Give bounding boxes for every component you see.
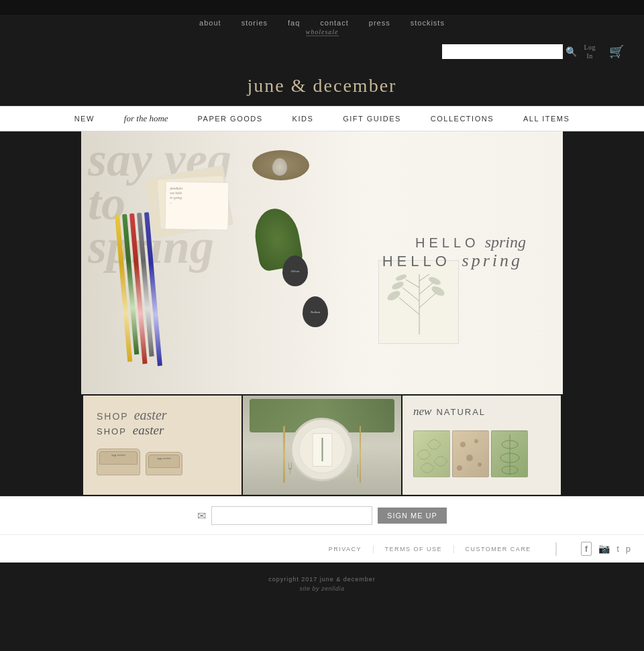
twitter-icon[interactable]: t: [616, 544, 619, 554]
fork-utensil: [283, 426, 285, 483]
bird-egg: [272, 158, 287, 176]
logo-row: june & december: [0, 64, 644, 106]
hero-canvas: say yegtospring june&decsay helloto spri…: [81, 131, 563, 394]
cart-icon[interactable]: 🛒: [609, 44, 624, 59]
svg-point-12: [460, 442, 466, 447]
nav-about[interactable]: about: [199, 19, 221, 27]
nav-contact[interactable]: contact: [320, 19, 348, 27]
shop-easter-title: SHOP easter: [97, 408, 167, 423]
main-nav-gift-guides[interactable]: GIFT GUIDES: [328, 108, 416, 129]
hello-spring-display: HELLO spring: [415, 233, 526, 251]
svg-line-1: [399, 298, 419, 314]
login-link[interactable]: Log In: [584, 43, 596, 60]
nav-stockists[interactable]: stockists: [411, 19, 445, 27]
swatch-2: [452, 430, 489, 477]
panel-natural-setting[interactable]: ⑂ |: [243, 396, 401, 495]
plate-scene: ⑂ |: [243, 396, 401, 495]
site-logo[interactable]: june & december: [248, 75, 397, 97]
search-cart-row: 🔍 Log In 🛒: [0, 39, 644, 64]
top-bar: [0, 0, 644, 15]
hero-wrapper: say yegtospring june&decsay helloto spri…: [0, 131, 644, 394]
shop-label: SHOP: [97, 411, 129, 422]
swatch-1-pattern: [414, 431, 450, 477]
svg-point-7: [386, 290, 401, 302]
easter-label: easter: [134, 408, 167, 422]
card-3: june&decsay helloto spring...: [164, 181, 229, 231]
panel-new-natural[interactable]: new NATURAL: [402, 396, 561, 495]
social-icons: f 📷 t p: [581, 542, 631, 556]
login-text-line2: In: [587, 52, 593, 60]
main-nav-paper-goods[interactable]: PAPER GOODS: [183, 108, 278, 129]
main-nav-new[interactable]: NEW: [60, 108, 109, 129]
swatch-1: [413, 430, 450, 477]
main-nav-home[interactable]: for the HOME: [109, 107, 183, 131]
instagram-icon[interactable]: 📷: [598, 543, 610, 554]
footer-links: PRIVACY | TERMS OF USE | CUSTOMER CARE f…: [0, 534, 644, 563]
egg-carton-label-2: egg writes: [146, 455, 182, 460]
knife: |: [357, 461, 358, 478]
egg-carton-label-1: egg writes: [97, 451, 140, 457]
copyright-text: copyright 2017 june & december: [268, 576, 376, 583]
fork: ⑂: [288, 460, 292, 478]
panels-row: SHOP easter SHOP easter egg writes egg w…: [0, 394, 644, 496]
mail-icon: ✉: [197, 510, 206, 522]
nav-faq[interactable]: FAQ: [288, 19, 300, 27]
card-stack: june&decsay helloto spring...: [148, 172, 242, 239]
main-nav-collections[interactable]: COLLECTIONS: [416, 108, 508, 129]
sign-me-up-button[interactable]: SIGN ME UP: [378, 508, 447, 524]
footer-link-group: PRIVACY | TERMS OF USE | CUSTOMER CARE: [13, 544, 531, 554]
pinterest-icon[interactable]: p: [626, 544, 631, 554]
napkin: [312, 433, 332, 467]
login-text-line1: Log: [584, 43, 596, 52]
svg-point-15: [478, 463, 482, 467]
svg-point-13: [474, 439, 478, 443]
wholesale-row: wholesale: [0, 28, 644, 39]
spring-italic-text: spring: [462, 251, 523, 270]
search-icon: 🔍: [566, 46, 577, 57]
search-input[interactable]: [442, 44, 563, 59]
main-nav-kids[interactable]: KIDS: [278, 108, 329, 129]
egg-carton-area: egg writes egg writes: [97, 449, 182, 475]
panel-easter[interactable]: SHOP easter SHOP easter egg writes egg w…: [83, 396, 241, 495]
footer-newsletter: ✉ SIGN ME UP: [0, 496, 644, 534]
knife-utensil: [360, 426, 361, 483]
shop-easter-title-rendered: SHOP easter: [97, 423, 164, 438]
nav-bar: about stories FAQ contact press stockist…: [0, 15, 644, 28]
site-credit: site by zenlidia: [299, 585, 344, 592]
svg-point-14: [466, 455, 473, 461]
swatch-3-pattern: [492, 431, 528, 477]
svg-line-3: [402, 288, 419, 301]
facebook-icon[interactable]: f: [581, 542, 592, 556]
footer-copyright: copyright 2017 june & december site by z…: [0, 563, 644, 605]
hello-spring-text: HELLO spring: [382, 251, 523, 271]
svg-line-4: [419, 283, 433, 294]
svg-line-6: [419, 274, 429, 281]
fern-print: [378, 260, 459, 344]
nav-stories[interactable]: stories: [241, 19, 268, 27]
footer-divider-2: |: [453, 544, 454, 554]
search-button[interactable]: 🔍: [566, 46, 577, 57]
swatch-3: [491, 430, 528, 477]
footer-link-terms[interactable]: TERMS OF USE: [385, 546, 443, 552]
footer-link-privacy[interactable]: PRIVACY: [329, 546, 362, 552]
svg-point-16: [457, 465, 462, 471]
footer-link-customer-care[interactable]: CUSTOMER CARE: [465, 546, 531, 552]
plate-inner: [299, 426, 345, 473]
new-natural-title-rendered: new NATURAL: [413, 405, 486, 418]
footer-vertical-divider: [555, 542, 557, 556]
hero-section: say yegtospring june&decsay helloto spri…: [81, 131, 563, 394]
nav-press[interactable]: press: [369, 19, 390, 27]
email-input[interactable]: [211, 506, 372, 525]
stem: [321, 438, 323, 461]
bird-nest-area: [252, 150, 309, 187]
wholesale-link[interactable]: wholesale: [306, 28, 339, 36]
egg-carton-large: egg writes: [97, 449, 140, 475]
svg-point-8: [431, 285, 445, 298]
hello-text: HELLO: [382, 253, 451, 270]
fern-svg: [379, 261, 459, 344]
svg-point-10: [428, 276, 441, 286]
fabric-swatches: [413, 430, 547, 477]
main-nav-all-items[interactable]: ALL ITEMS: [508, 108, 584, 129]
svg-point-11: [395, 274, 407, 281]
bird-nest: [252, 150, 309, 180]
